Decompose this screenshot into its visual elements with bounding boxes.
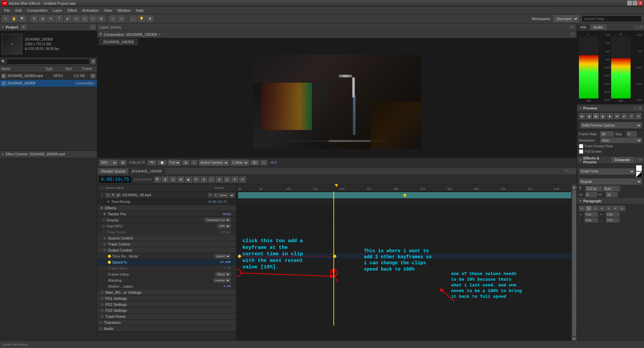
fg3-settings-header[interactable]: ▷ FG3 Settings xyxy=(97,307,236,314)
display-dropdown[interactable]: Twixtored Out xyxy=(205,218,231,222)
track-points-header[interactable]: ▷ Track Points xyxy=(97,314,236,320)
track-control-header[interactable]: ▷ Track Control xyxy=(97,241,236,247)
align-justify-f-btn[interactable]: ≡ xyxy=(612,206,619,211)
frame-rate-input[interactable] xyxy=(600,131,614,137)
menu-layer[interactable]: Layer xyxy=(50,8,65,13)
timeline-btn-2[interactable]: ⊡ xyxy=(170,177,176,183)
video-track-row[interactable] xyxy=(236,192,577,199)
preview-first-frame[interactable]: ⏮ xyxy=(579,113,585,119)
font-size-input[interactable] xyxy=(585,186,602,191)
effects-group-header[interactable]: ▼ Effects xyxy=(97,205,236,211)
motion-blur-btn[interactable]: ≈ xyxy=(191,160,198,165)
menu-edit[interactable]: Edit xyxy=(13,8,24,13)
3d-btn[interactable]: 3D xyxy=(250,160,259,165)
tool-shape[interactable]: □ xyxy=(109,15,117,22)
close-button[interactable]: ✕ xyxy=(638,1,643,5)
align-center-btn[interactable]: ≡ xyxy=(586,206,592,211)
font-style-dropdown[interactable]: Regular xyxy=(579,179,642,185)
render-queue-tab[interactable]: Render Queue xyxy=(99,168,128,174)
tool-light[interactable]: 💡 xyxy=(138,15,145,22)
project-options-btn[interactable]: ≡ xyxy=(21,25,26,29)
speed-pct-prop[interactable]: Speed % 10.000 xyxy=(97,259,236,265)
tool-null[interactable]: ⊞ xyxy=(146,15,154,22)
menu-effect[interactable]: Effect xyxy=(65,8,79,13)
tool-rotate[interactable]: ↻ xyxy=(31,15,38,22)
indent-right-input[interactable] xyxy=(606,212,620,217)
preview-options[interactable]: ⚙ xyxy=(635,113,641,119)
layer-visibility-btn[interactable]: 👁 xyxy=(111,193,115,198)
pixel-btn[interactable]: □ xyxy=(261,160,267,165)
stroke-color-swatch[interactable] xyxy=(636,171,642,178)
comp-name-tab[interactable]: 20140405_160309 xyxy=(99,39,138,45)
timeline-btn-10[interactable]: ⟲ xyxy=(231,177,238,183)
ep-float[interactable]: □ xyxy=(633,158,637,162)
ram-preview-dropdown[interactable]: RAM Preview Options xyxy=(580,122,642,128)
project-file-row-mp4[interactable]: ▶ 20140405_160309.mp4 MPEG 122 MB ⊞ xyxy=(0,72,97,80)
kerning-input[interactable] xyxy=(585,192,597,197)
source-control-header[interactable]: ▷ Source Control xyxy=(97,235,236,241)
comp-timeline-tab[interactable]: 20140405_160309 xyxy=(128,168,165,174)
timeline-btn-9[interactable]: ⊙ xyxy=(224,177,230,183)
align-justify-btn[interactable]: ≡ xyxy=(599,206,605,211)
align-left-btn[interactable]: ≡ xyxy=(579,206,585,211)
use-gpu-prop[interactable]: ▷ Use GPU OFF xyxy=(97,223,236,229)
menu-window[interactable]: Window xyxy=(115,8,133,13)
from-current-checkbox[interactable] xyxy=(579,144,583,148)
tool-zoom[interactable]: 🔍 xyxy=(19,15,26,22)
layer-edit-btn[interactable]: ✏ xyxy=(208,193,213,198)
preview-loop[interactable]: ↺ xyxy=(628,113,634,119)
project-file-row-comp[interactable]: ⬡ 20140405_160309 Composition xyxy=(0,80,97,87)
timeline-panel-menu[interactable]: ≡ xyxy=(564,169,569,173)
fg1-settings-header[interactable]: ▷ FG1 Settings xyxy=(97,295,236,301)
character-tab[interactable]: Character xyxy=(611,157,633,163)
audio-tab[interactable]: Audio xyxy=(590,24,606,30)
view-dropdown[interactable]: 1 View xyxy=(230,160,249,166)
resolution-dropdown[interactable]: Auto xyxy=(600,138,642,143)
fill-color-swatch[interactable] xyxy=(636,165,642,171)
zoom-dropdown[interactable]: 50% xyxy=(99,160,118,166)
layer-solo-btn[interactable]: ⊙ xyxy=(105,193,110,198)
tool-anchor[interactable]: ⊕ xyxy=(39,15,46,22)
frame-interp-prop[interactable]: Frame Interp Blend xyxy=(97,271,236,277)
tool-mask[interactable]: ⬭ xyxy=(118,15,125,22)
snapshot-btn[interactable]: 📷 xyxy=(148,160,156,165)
file-options-btn[interactable]: ⊞ xyxy=(90,74,96,78)
maximize-button[interactable]: □ xyxy=(633,1,637,5)
search-timeline-btn[interactable]: 🔍 xyxy=(154,177,161,183)
minimize-button[interactable]: ─ xyxy=(627,1,632,5)
preview-panel-float[interactable]: □ xyxy=(633,106,637,110)
time-remap-mode-prop[interactable]: Time Re...Mode Speed xyxy=(97,253,236,259)
timeline-btn-1[interactable]: ⊞ xyxy=(162,177,169,183)
layer-settings-btn[interactable]: ⚙ xyxy=(569,25,575,29)
preview-next-frame[interactable]: ▶ xyxy=(607,113,613,119)
output-control-header[interactable]: ▷ Output Control xyxy=(97,247,236,253)
font-family-dropdown[interactable]: Small Fonts xyxy=(579,168,635,175)
fg2-settings-header[interactable]: ▷ FG2 Settings xyxy=(97,301,236,307)
time-remap-mode-dropdown[interactable]: Speed xyxy=(214,254,231,259)
info-tab[interactable]: Info xyxy=(577,24,590,30)
twixtor-reset[interactable]: Reset xyxy=(223,212,231,216)
comp-tab-close[interactable]: ✕ xyxy=(158,33,161,36)
skip-input[interactable] xyxy=(627,131,637,137)
line-height-input[interactable] xyxy=(603,186,620,191)
layer-fx-btn[interactable]: fx xyxy=(213,193,218,198)
search-help-input[interactable] xyxy=(582,15,642,22)
timeline-timecode[interactable]: 0:00:19;75 xyxy=(99,176,131,183)
layer-parent-dropdown[interactable]: None xyxy=(218,193,235,198)
menu-composition[interactable]: Composition xyxy=(24,8,50,13)
keyframe-diamond-speed[interactable] xyxy=(107,260,111,264)
tool-camera[interactable]: 🎥 xyxy=(129,15,137,22)
preview-audio[interactable]: 🔊 xyxy=(621,113,627,119)
ep-close[interactable]: ✕ xyxy=(638,158,642,162)
twixtor-header[interactable]: ▼ Twixtor Pro Reset xyxy=(97,211,236,217)
grid-btn[interactable]: ⊞ xyxy=(182,160,190,165)
preview-panel-close[interactable]: ✕ xyxy=(638,106,642,110)
timeline-btn-5[interactable]: ⟳ xyxy=(193,177,200,183)
align-right-btn[interactable]: ≡ xyxy=(592,206,598,211)
project-filter-btn[interactable]: ▼ xyxy=(91,59,96,64)
space-before-input[interactable] xyxy=(585,218,598,222)
preview-prev-frame[interactable]: ◀ xyxy=(586,113,592,119)
tracking-input[interactable] xyxy=(606,192,618,197)
timeline-btn-11[interactable]: ↺ xyxy=(239,177,246,183)
timeline-minimize-btn[interactable]: — xyxy=(570,169,575,173)
